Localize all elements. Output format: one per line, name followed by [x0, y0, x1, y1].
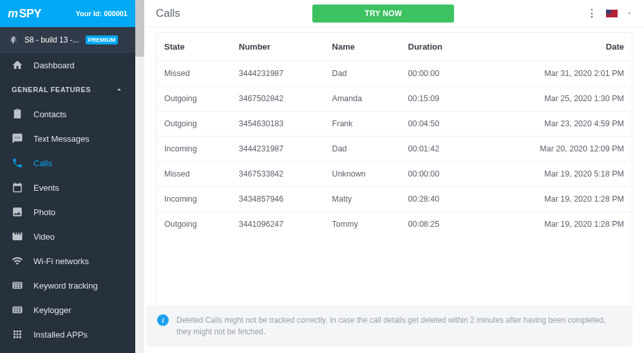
col-date[interactable]: Date — [477, 33, 632, 61]
nav-video-label: Video — [33, 232, 55, 242]
image-icon — [12, 206, 23, 218]
nav-section-general[interactable]: GENERAL FEATURES — [0, 77, 135, 102]
nav-installed-apps[interactable]: Installed APPs — [0, 322, 135, 347]
table-header-row: State Number Name Duration Date — [156, 33, 632, 61]
nav-section-general-label: GENERAL FEATURES — [12, 86, 91, 93]
nav-events-label: Events — [33, 183, 59, 193]
sidebar-header: m SPY Your Id: 000001 — [0, 0, 135, 27]
cell-number: 3441096247 — [231, 212, 325, 237]
nav-installed-apps-label: Installed APPs — [33, 330, 88, 339]
nav-keylogger-label: Keylogger — [33, 305, 71, 315]
col-number[interactable]: Number — [231, 33, 325, 61]
calendar-icon — [12, 182, 23, 193]
cell-name: Amanda — [325, 86, 401, 111]
main: Calls TRY NOW ⋮ State Number Name Durati… — [135, 0, 644, 353]
table-row[interactable]: Outgoing3454630183Frank00:04:50Mar 23, 2… — [156, 111, 632, 137]
chevron-down-icon[interactable] — [627, 10, 632, 16]
cell-state: Missed — [156, 61, 231, 86]
cell-duration: 00:00:00 — [401, 162, 478, 187]
cell-state: Missed — [156, 162, 231, 187]
cell-duration: 00:01:42 — [401, 137, 478, 162]
nav-contacts-label: Contacts — [33, 110, 66, 119]
cell-date: Mar 25, 2020 1:30 PM — [477, 86, 632, 111]
logo: m SPY — [8, 7, 41, 21]
keyboard2-icon — [12, 304, 23, 316]
home-icon — [12, 59, 23, 71]
calls-table: State Number Name Duration Date Missed34… — [156, 33, 632, 236]
chevron-up-icon — [115, 85, 124, 94]
table-row[interactable]: Outgoing3467502842Amanda00:15:09Mar 25, … — [156, 86, 632, 111]
more-menu-icon[interactable]: ⋮ — [587, 7, 597, 19]
table-row[interactable]: Outgoing3441096247Tommy00:08:25Mar 19, 2… — [156, 212, 632, 237]
your-id: Your Id: 000001 — [75, 10, 128, 17]
video-icon — [12, 231, 23, 242]
cell-state: Incoming — [156, 187, 231, 212]
table-row[interactable]: Incoming3434857946Matty00:28:40Mar 19, 2… — [156, 187, 632, 212]
nav-dashboard[interactable]: Dashboard — [0, 53, 135, 77]
table-row[interactable]: Missed3444231987Dad00:00:00Mar 31, 2020 … — [156, 61, 632, 86]
cell-date: Mar 20, 2020 12:09 PM — [477, 137, 632, 162]
cell-name: Dad — [325, 137, 401, 162]
scrollbar-thumb[interactable] — [135, 0, 144, 57]
flag-us-icon[interactable] — [606, 10, 618, 17]
message-icon — [12, 133, 23, 144]
cell-duration: 00:08:25 — [401, 212, 478, 237]
table-row[interactable]: Missed3467533842Unknown00:00:00Mar 19, 2… — [156, 162, 632, 187]
nav-keyword-label: Keyword tracking — [33, 281, 98, 291]
sidebar: m SPY Your Id: 000001 S8 - build 13 -...… — [0, 0, 135, 353]
cell-number: 3444231987 — [231, 137, 325, 162]
info-icon: i — [157, 314, 169, 326]
cell-state: Outgoing — [156, 86, 231, 111]
cell-date: Mar 19, 2020 1:28 PM — [477, 212, 632, 237]
nav-video[interactable]: Video — [0, 224, 135, 249]
col-name[interactable]: Name — [325, 33, 401, 61]
cell-name: Unknown — [325, 162, 401, 187]
logo-text: SPY — [19, 7, 42, 21]
try-now-button[interactable]: TRY NOW — [312, 5, 454, 23]
cell-state: Incoming — [156, 137, 231, 162]
nav-events[interactable]: Events — [0, 175, 135, 200]
cell-date: Mar 19, 2020 5:18 PM — [477, 162, 632, 187]
device-name: S8 - build 13 -... — [24, 35, 79, 44]
nav-keyword[interactable]: Keyword tracking — [0, 273, 135, 298]
topbar-right: ⋮ — [587, 7, 632, 19]
cell-name: Dad — [325, 61, 401, 86]
table-row[interactable]: Incoming3444231987Dad00:01:42Mar 20, 202… — [156, 137, 632, 162]
calls-table-wrap: State Number Name Duration Date Missed34… — [156, 32, 632, 309]
cell-number: 3444231987 — [231, 61, 325, 86]
cell-duration: 00:04:50 — [401, 111, 478, 137]
cell-duration: 00:28:40 — [401, 187, 478, 212]
cell-name: Frank — [325, 111, 401, 137]
scrollbar-track[interactable] — [135, 0, 144, 353]
nav-text-messages[interactable]: Text Messages — [0, 126, 135, 151]
cell-name: Tommy — [325, 212, 401, 237]
nav: Dashboard GENERAL FEATURES Contacts Text… — [0, 53, 135, 353]
nav-contacts[interactable]: Contacts — [0, 102, 135, 126]
cell-number: 3467533842 — [231, 162, 325, 187]
topbar: Calls TRY NOW ⋮ — [144, 0, 644, 27]
nav-wifi-label: Wi-Fi networks — [33, 256, 89, 266]
device-selector[interactable]: S8 - build 13 -... PREMIUM — [0, 27, 135, 53]
nav-photo-label: Photo — [33, 207, 55, 217]
notice-text: Deleted Calls might not be tracked corre… — [176, 314, 622, 338]
nav-keylogger[interactable]: Keylogger — [0, 298, 135, 322]
premium-badge: PREMIUM — [86, 35, 118, 44]
cell-number: 3454630183 — [231, 111, 325, 137]
col-state[interactable]: State — [156, 33, 231, 61]
page-title: Calls — [156, 7, 180, 20]
cell-duration: 00:15:09 — [401, 86, 478, 111]
cell-date: Mar 23, 2020 4:59 PM — [477, 111, 632, 137]
nav-dashboard-label: Dashboard — [33, 61, 75, 70]
nav-photo[interactable]: Photo — [0, 200, 135, 224]
cell-state: Outgoing — [156, 111, 231, 137]
nav-calls[interactable]: Calls — [0, 151, 135, 175]
wifi-icon — [12, 255, 23, 267]
col-duration[interactable]: Duration — [401, 33, 478, 61]
keyboard-icon — [12, 280, 23, 291]
nav-wifi[interactable]: Wi-Fi networks — [0, 249, 135, 273]
cell-duration: 00:00:00 — [401, 61, 478, 86]
nav-text-messages-label: Text Messages — [33, 134, 90, 144]
cell-number: 3467502842 — [231, 86, 325, 111]
cell-date: Mar 19, 2020 1:28 PM — [477, 187, 632, 212]
notice: i Deleted Calls might not be tracked cor… — [147, 305, 632, 347]
